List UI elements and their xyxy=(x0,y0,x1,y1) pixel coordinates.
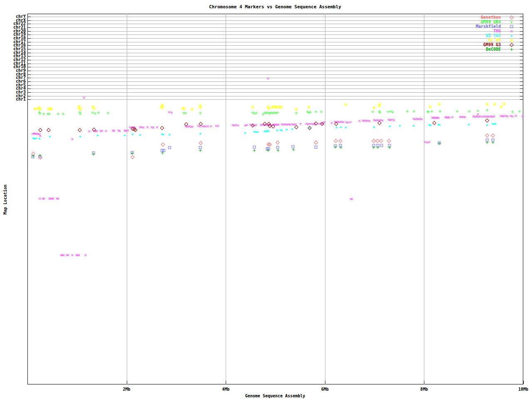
marker-gm99-gb4 xyxy=(372,111,374,113)
marker-marshfield xyxy=(292,145,295,148)
axis-tick-left xyxy=(27,56,31,57)
marker-decode xyxy=(39,154,42,157)
axis-tick-left xyxy=(27,27,31,28)
marker-wi-yac xyxy=(244,132,246,134)
marker-wi-rh xyxy=(182,107,186,111)
axis-tick-bottom xyxy=(424,381,424,384)
axis-tick-right xyxy=(520,20,523,21)
axis-tick-right xyxy=(520,53,523,53)
marker-wi-rh xyxy=(429,105,432,109)
marker-gm99-gb4 xyxy=(413,110,416,113)
marker-wi-yac xyxy=(373,126,375,128)
chr-gridline xyxy=(27,74,523,75)
marker-gm99-gb4 xyxy=(39,112,42,115)
marker-gm99-gb4 xyxy=(185,112,187,115)
chr-gridline xyxy=(27,85,523,86)
axis-tick-left xyxy=(27,60,31,60)
axis-tick-right xyxy=(520,92,523,93)
marker-gm99-gb4 xyxy=(276,111,279,114)
marker-wi-rh xyxy=(39,107,42,111)
legend-label-wi-rh: WI RH xyxy=(422,38,501,42)
axis-tick-right xyxy=(520,89,523,89)
axis-tick-right xyxy=(520,96,523,96)
marker-wi-yac xyxy=(340,126,342,128)
marker-wi-yac xyxy=(494,123,497,125)
marker-gm99-gb4 xyxy=(392,111,394,114)
chr-gridline xyxy=(27,99,523,100)
marker-wi-yac xyxy=(199,133,202,135)
axis-tick-right xyxy=(520,17,523,17)
chr-gridline xyxy=(27,67,523,67)
marker-gm99-gb4 xyxy=(79,113,82,116)
y-axis-label: Map Location xyxy=(3,185,7,214)
marker-decode xyxy=(92,153,95,156)
marker-wi-rh xyxy=(190,108,194,111)
axis-tick-right xyxy=(520,67,523,67)
axis-tick-left xyxy=(27,96,31,96)
marker-wi-rh xyxy=(295,108,298,111)
star-icon xyxy=(510,39,514,42)
axis-tick-left xyxy=(27,42,31,42)
mb-gridline xyxy=(424,14,424,384)
axis-tick-bottom xyxy=(523,381,524,384)
marker-wi-yac xyxy=(399,125,401,127)
axis-tick-right xyxy=(520,42,523,42)
marker-wi-yac xyxy=(412,125,415,127)
axis-tick-left xyxy=(27,74,31,75)
marker-decode xyxy=(199,149,202,152)
marker-wi-rh xyxy=(344,103,348,107)
marker-gm99-gb4 xyxy=(315,111,318,113)
marker-wi-yac xyxy=(123,134,126,136)
axis-tick-right xyxy=(520,45,523,46)
marker-gm99-gb4 xyxy=(97,111,100,114)
marker-gm99-gb4 xyxy=(456,110,459,113)
axis-tick-right xyxy=(520,38,523,39)
axis-tick-left xyxy=(27,17,31,17)
marker-wi-rh xyxy=(251,106,255,109)
marker-gm99-gb4 xyxy=(431,110,433,113)
marker-wi-rh xyxy=(372,106,376,110)
axis-tick-left xyxy=(27,64,31,64)
y-tick-label: chr1 xyxy=(0,97,26,101)
axis-tick-right xyxy=(520,60,523,60)
chr-gridline xyxy=(27,71,523,71)
marker-wi-rh xyxy=(92,107,96,111)
marker-decode xyxy=(486,141,489,144)
axis-tick-bottom xyxy=(325,381,325,384)
chr-gridline xyxy=(27,92,523,93)
axis-tick-right xyxy=(520,49,523,49)
marker-wi-rh xyxy=(502,102,506,106)
chr-gridline xyxy=(27,96,523,96)
marker-marshfield xyxy=(276,146,279,149)
marker-wi-yac xyxy=(139,134,141,136)
marker-decode xyxy=(388,146,391,149)
axis-tick-left xyxy=(27,78,31,78)
marker-decode xyxy=(340,146,342,149)
marker-wi-rh xyxy=(307,106,311,109)
marker-gm99-gb4 xyxy=(406,110,409,113)
marker-wi-yac xyxy=(256,131,259,133)
marker-gm99-gb4 xyxy=(42,113,45,116)
axis-tick-right xyxy=(520,24,523,24)
marker-wi-yac xyxy=(286,128,288,131)
plus-icon xyxy=(510,48,513,51)
marker-wi-yac xyxy=(345,126,347,128)
axis-tick-left xyxy=(27,81,31,82)
marker-decode xyxy=(131,152,134,155)
marker-decode xyxy=(32,155,35,158)
axis-tick-left xyxy=(27,99,31,100)
axis-tick-right xyxy=(520,27,523,28)
marker-wi-rh xyxy=(79,107,83,111)
chr-gridline xyxy=(27,78,523,78)
marker-gm99-gb4 xyxy=(48,113,51,116)
marker-wi-rh xyxy=(50,107,54,111)
axis-tick-right xyxy=(520,64,523,64)
marker-wi-yac xyxy=(79,135,81,138)
marker-wi-rh xyxy=(161,106,165,110)
marker-gm99-gb4 xyxy=(309,111,312,114)
axis-tick-right xyxy=(520,81,523,82)
marker-gm99-gb4 xyxy=(486,109,489,112)
marker-gm99-gb4 xyxy=(107,112,110,115)
axis-tick-right xyxy=(520,71,523,71)
marker-wi-rh xyxy=(378,104,382,108)
